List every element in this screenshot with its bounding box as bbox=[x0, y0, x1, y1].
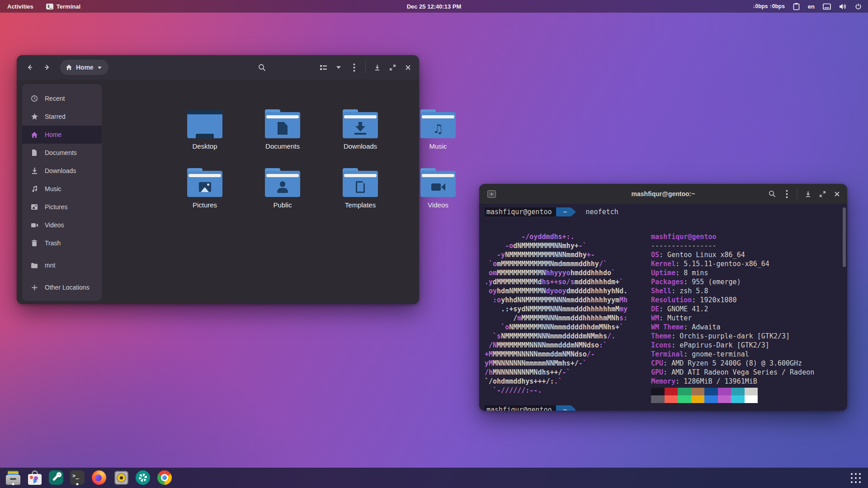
folder-desktop[interactable]: Desktop bbox=[175, 109, 235, 150]
dock: >_ bbox=[0, 468, 868, 488]
ascii-art-line: `sNMMMMMMMMNNNmmmdddddmNMmhs/. bbox=[485, 332, 627, 341]
new-tab-terminal-icon[interactable]: + bbox=[487, 190, 496, 198]
display-icon[interactable] bbox=[819, 0, 835, 13]
neofetch-info-line: GPU: AMD ATI Radeon Vega Series / Radeon bbox=[651, 368, 814, 377]
clipboard-icon[interactable] bbox=[789, 0, 804, 13]
power-icon[interactable] bbox=[851, 0, 868, 13]
keyboard-layout-indicator[interactable]: en bbox=[804, 0, 819, 13]
folder-icon bbox=[420, 168, 456, 197]
sidebar-item-label: Recent bbox=[45, 95, 65, 102]
folder-pictures[interactable]: Pictures bbox=[175, 168, 235, 209]
video-icon bbox=[30, 222, 38, 228]
folder-downloads[interactable]: Downloads bbox=[330, 109, 390, 150]
sidebar-item-documents[interactable]: Documents bbox=[22, 144, 102, 162]
volume-icon[interactable] bbox=[835, 0, 851, 13]
folder-documents[interactable]: Documents bbox=[253, 109, 312, 150]
color-swatch bbox=[731, 395, 745, 403]
network-speed-indicator[interactable]: ↓0bps ↑0bps bbox=[748, 0, 788, 13]
folder-public[interactable]: Public bbox=[253, 168, 312, 209]
sidebar-item-recent[interactable]: Recent bbox=[22, 89, 102, 108]
sidebar-item-trash[interactable]: Trash bbox=[22, 234, 102, 252]
color-swatch bbox=[691, 388, 705, 395]
sidebar-item-pictures[interactable]: Pictures bbox=[22, 198, 102, 216]
neofetch-user-host: mashfiqur@gentoo bbox=[651, 232, 814, 241]
sidebar-item-starred[interactable]: Starred bbox=[22, 108, 102, 126]
music-icon bbox=[30, 185, 38, 192]
palette-row-bright bbox=[651, 395, 758, 403]
terminal-menu-kebab-button[interactable] bbox=[780, 187, 793, 201]
maximize-button[interactable] bbox=[386, 61, 399, 74]
color-swatch bbox=[678, 395, 691, 403]
ascii-art-line: /mMMMMMMNNNmmmdddhhhhhmMNhs: bbox=[485, 314, 627, 323]
download-emblem-icon bbox=[343, 120, 378, 136]
chevron-down-icon bbox=[97, 66, 102, 69]
folder-label: Desktop bbox=[192, 142, 217, 150]
dock-item-music-player[interactable] bbox=[113, 469, 129, 486]
header-separator bbox=[797, 188, 797, 200]
ascii-art-line: +MMMMMMMNNNNNmmmddmNMNdso/- bbox=[485, 350, 627, 359]
prompt-path: ~ bbox=[556, 207, 571, 216]
folder-icon bbox=[30, 263, 38, 268]
trash-icon bbox=[30, 239, 38, 247]
terminal-headerbar: + mashfiqur@gentoo:~ bbox=[479, 184, 847, 204]
sidebar-item-label: Music bbox=[45, 185, 61, 192]
close-button[interactable] bbox=[401, 61, 415, 74]
dock-item-terminal[interactable]: >_ bbox=[69, 469, 85, 486]
neofetch-info-line: Memory: 1286MiB / 13961MiB bbox=[651, 377, 814, 386]
menu-kebab-button[interactable] bbox=[347, 61, 361, 74]
search-button[interactable] bbox=[255, 61, 269, 74]
sidebar-item-home[interactable]: Home bbox=[22, 126, 102, 144]
color-swatch bbox=[718, 388, 731, 395]
terminal-minimize-button[interactable] bbox=[801, 187, 815, 201]
terminal-color-palette bbox=[651, 388, 758, 403]
activities-button[interactable]: Activities bbox=[0, 0, 41, 13]
terminal-close-button[interactable] bbox=[830, 187, 844, 201]
view-toggle-button[interactable] bbox=[316, 61, 330, 74]
ascii-art-line: -/oyddmdhs+:. bbox=[485, 232, 627, 241]
show-applications-button[interactable] bbox=[849, 472, 862, 484]
sidebar-item-mnt[interactable]: mnt bbox=[22, 256, 102, 274]
sidebar-item-label: Downloads bbox=[45, 167, 76, 174]
forward-button[interactable] bbox=[40, 61, 54, 74]
sidebar-item-other-locations[interactable]: Other Locations bbox=[22, 278, 102, 296]
clock-button[interactable]: Dec 25 12:40:13 PM bbox=[407, 0, 462, 13]
person-emblem-icon bbox=[265, 179, 300, 195]
folder-icon bbox=[187, 168, 222, 197]
dock-item-software[interactable] bbox=[27, 469, 43, 486]
folder-music[interactable]: ♫Music bbox=[408, 109, 468, 150]
color-swatch bbox=[665, 395, 678, 403]
folder-videos[interactable]: Videos bbox=[408, 168, 468, 209]
terminal-search-button[interactable] bbox=[765, 187, 779, 201]
clock-icon bbox=[30, 95, 38, 102]
sidebar-item-videos[interactable]: Videos bbox=[22, 216, 102, 234]
folder-label: Pictures bbox=[193, 201, 217, 209]
terminal-content[interactable]: mashfiqur@gentoo ~ neofetch -/oyddmdhs+:… bbox=[479, 204, 847, 411]
sidebar-item-label: mnt bbox=[45, 262, 55, 269]
folder-templates[interactable]: Templates bbox=[330, 168, 390, 209]
ascii-art-line: yMMNNNNNNNmmmmmNNMmhs+/-` bbox=[485, 359, 627, 368]
neofetch-info-line: Icons: ePapirus-Dark [GTK2/3] bbox=[651, 341, 814, 350]
color-swatch bbox=[651, 395, 665, 403]
dock-item-firefox[interactable] bbox=[91, 469, 107, 486]
terminal-maximize-button[interactable] bbox=[816, 187, 829, 201]
dock-item-files[interactable] bbox=[5, 469, 21, 486]
image-icon bbox=[30, 204, 38, 210]
color-swatch bbox=[678, 388, 691, 395]
terminal-scrollbar[interactable] bbox=[843, 207, 846, 267]
neofetch-ascii-logo: -/oyddmdhs+:. -odNMMMMMMMMNNmhy+-` -yNMM… bbox=[485, 232, 627, 395]
ascii-art-line: .ydMMMMMMMMMMdhs++so/smdddhhhhdm+` bbox=[485, 277, 627, 286]
neofetch-info-line: Terminal: gnome-terminal bbox=[651, 350, 814, 359]
dock-item-tweaks[interactable] bbox=[48, 469, 64, 486]
image-emblem-icon bbox=[187, 179, 222, 195]
dock-item-shotwell[interactable] bbox=[135, 469, 151, 486]
focused-app-menu[interactable]: $_ Terminal bbox=[41, 0, 86, 13]
running-indicator bbox=[12, 483, 14, 485]
minimize-button[interactable] bbox=[370, 61, 384, 74]
view-options-dropdown[interactable] bbox=[332, 61, 345, 74]
back-button[interactable] bbox=[23, 61, 37, 74]
location-button[interactable]: Home bbox=[60, 60, 108, 75]
sidebar-item-music[interactable]: Music bbox=[22, 180, 102, 198]
dock-item-chrome[interactable] bbox=[156, 469, 173, 486]
sidebar-item-downloads[interactable]: Downloads bbox=[22, 162, 102, 180]
folder-icon bbox=[343, 109, 378, 138]
